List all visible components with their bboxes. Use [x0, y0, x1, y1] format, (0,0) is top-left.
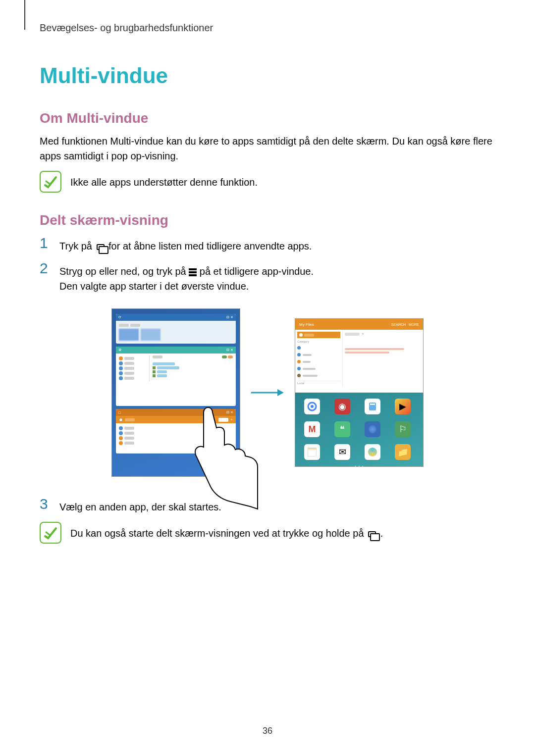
- step-2-text-before: Stryg op eller ned, og tryk på: [59, 266, 189, 277]
- note-2-before: Du kan også starte delt skærm-visningen …: [70, 528, 367, 539]
- split-screen-icon: [189, 268, 197, 276]
- illustration-row: ⟳⊟ ✕ ⚙⊟ ✕: [40, 308, 495, 477]
- arrow-icon: [250, 385, 285, 400]
- section-about-heading: Om Multi-vindue: [40, 110, 495, 126]
- step-2-body: Stryg op eller ned, og tryk på på et tid…: [59, 261, 495, 294]
- step-number: 1: [40, 236, 54, 251]
- tablet-right-illustration: My Files SEARCH MORE Category: [295, 318, 424, 467]
- page-content: Bevægelses- og brugbarhedsfunktioner Mul…: [0, 0, 535, 544]
- note-2-text: Du kan også starte delt skærm-visningen …: [70, 522, 383, 541]
- recent-apps-icon: [367, 530, 377, 539]
- step-2-line-2: Den valgte app starter i det øverste vin…: [59, 281, 249, 292]
- section-split-heading: Delt skærm-visning: [40, 212, 495, 228]
- step-2-text-after: på et tidligere app-vindue.: [200, 266, 314, 277]
- step-1-text-before: Tryk på: [59, 241, 95, 252]
- note-text: Ikke alle apps understøtter denne funkti…: [70, 171, 258, 190]
- step-1-body: Tryk på for at åbne listen med tidligere…: [59, 236, 495, 253]
- tablet-left-illustration: ⟳⊟ ✕ ⚙⊟ ✕: [111, 308, 240, 477]
- step-number: 2: [40, 261, 54, 276]
- section-about-paragraph: Med funktionen Multi-vindue kan du køre …: [40, 134, 495, 163]
- page-number: 36: [0, 726, 535, 736]
- step-3-body: Vælg en anden app, der skal startes.: [59, 497, 495, 514]
- note-2-after: .: [380, 528, 383, 539]
- note-row: Ikke alle apps understøtter denne funkti…: [40, 171, 495, 193]
- note-icon: [40, 171, 61, 193]
- step-3: 3 Vælg en anden app, der skal startes.: [40, 497, 495, 514]
- step-1: 1 Tryk på for at åbne listen med tidlige…: [40, 236, 495, 253]
- breadcrumb: Bevægelses- og brugbarhedsfunktioner: [40, 22, 495, 34]
- page-side-line: [24, 0, 25, 30]
- step-2: 2 Stryg op eller ned, og tryk på på et t…: [40, 261, 495, 294]
- step-1-text-after: for at åbne listen med tidligere anvendt…: [108, 241, 312, 252]
- recent-apps-icon: [95, 243, 106, 252]
- svg-marker-1: [277, 389, 284, 396]
- step-number: 3: [40, 497, 54, 511]
- svg-point-3: [311, 405, 314, 408]
- note-icon: [40, 522, 61, 544]
- note-row-2: Du kan også starte delt skærm-visningen …: [40, 522, 495, 544]
- page-title: Multi-vindue: [40, 63, 495, 88]
